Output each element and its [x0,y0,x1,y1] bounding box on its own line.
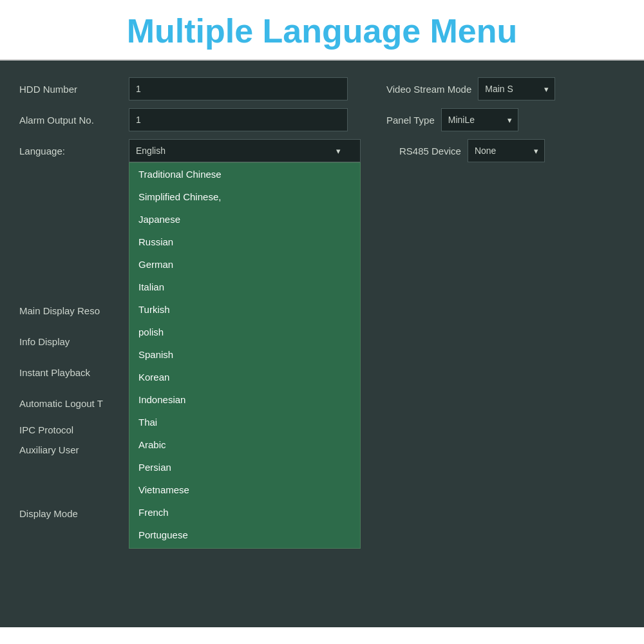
language-label: Language: [19,146,122,156]
panel-type-label: Panel Type [386,115,435,126]
lang-item-italian[interactable]: Italian [129,276,360,298]
display-mode-label: Display Mode [19,508,122,519]
language-selected-value: English [136,146,166,156]
hdd-label: HDD Number [19,84,122,95]
header: Multiple Language Menu [0,0,644,61]
alarm-field: Alarm Output No. [19,108,348,131]
main-display-label: Main Display Reso [19,305,122,316]
lang-item-greek[interactable]: Greek [129,546,360,549]
language-dropdown-arrow: ▾ [336,146,341,156]
lang-item-portuguese[interactable]: Portuguese [129,524,360,546]
hdd-field: HDD Number [19,77,348,100]
panel-type-select[interactable]: MiniLe [441,108,518,131]
panel-type-select-wrapper: MiniLe [441,108,518,131]
alarm-label: Alarm Output No. [19,115,122,126]
lang-item-russian[interactable]: Russian [129,231,360,253]
lang-item-turkish[interactable]: Turkish [129,298,360,321]
rs485-label: RS485 Device [399,146,461,156]
rs485-select[interactable]: None [468,139,545,162]
page-title: Multiple Language Menu [127,12,518,50]
lang-item-thai[interactable]: Thai [129,411,360,433]
video-stream-field: Video Stream Mode Main S [348,77,625,100]
form-container: HDD Number Video Stream Mode Main S Alar… [19,73,625,529]
language-dropdown: Traditional Chinese Simplified Chinese, … [129,162,361,549]
instant-playback-label: Instant Playback [19,367,122,378]
auto-logout-label: Automatic Logout T [19,398,122,409]
rs485-select-wrapper: None [468,139,545,162]
video-stream-select[interactable]: Main S [478,77,555,100]
lang-item-persian[interactable]: Persian [129,456,360,478]
alarm-input[interactable] [129,108,348,131]
lang-item-simplified-chinese[interactable]: Simplified Chinese, [129,185,360,208]
video-stream-label: Video Stream Mode [386,84,471,95]
lang-item-german[interactable]: German [129,253,360,276]
lang-item-japanese[interactable]: Japanese [129,208,360,231]
lang-item-traditional-chinese[interactable]: Traditional Chinese [129,163,360,185]
lang-item-indonesian[interactable]: Indonesian [129,388,360,411]
language-select-box[interactable]: English ▾ [129,139,361,162]
main-content: HDD Number Video Stream Mode Main S Alar… [0,61,644,627]
lang-item-spanish[interactable]: Spanish [129,343,360,366]
info-display-label: Info Display [19,336,122,347]
video-stream-select-wrapper: Main S [478,77,555,100]
rs485-field: RS485 Device None [361,139,625,162]
auxiliary-user-label: Auxiliary User [19,444,122,455]
lang-item-french[interactable]: French [129,501,360,524]
panel-type-field: Panel Type MiniLe [348,108,625,131]
ipc-protocol-label: IPC Protocol [19,424,122,435]
lang-item-korean[interactable]: Korean [129,366,360,388]
lang-item-arabic[interactable]: Arabic [129,433,360,456]
lang-item-vietnamese[interactable]: Vietnamese [129,478,360,501]
lang-item-polish[interactable]: polish [129,321,360,343]
row-hdd: HDD Number Video Stream Mode Main S [19,73,625,104]
row-alarm: Alarm Output No. Panel Type MiniLe [19,104,625,135]
language-field: Language: English ▾ Traditional Chinese … [19,139,361,162]
row-language: Language: English ▾ Traditional Chinese … [19,135,625,166]
language-select-wrapper: English ▾ Traditional Chinese Simplified… [129,139,361,162]
hdd-input[interactable] [129,77,348,100]
